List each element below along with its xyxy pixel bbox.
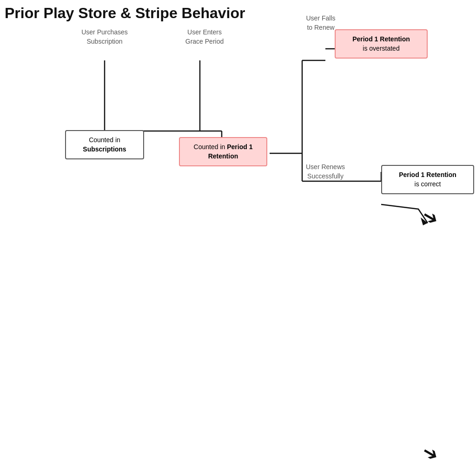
counted-retention-1: Counted in Period 1Retention: [179, 137, 267, 166]
arrow-down-2: ➔: [419, 440, 443, 466]
label-user-renews-1: User RenewsSuccessfully: [295, 163, 356, 181]
section1-title: Prior Play Store & Stripe Behavior: [5, 5, 245, 22]
label-user-purchases-1: User PurchasesSubscription: [72, 28, 137, 46]
label-user-enters-1: User EntersGrace Period: [172, 28, 237, 46]
counted-subscriptions-1: Counted inSubscriptions: [65, 130, 144, 159]
arrow-down-1: ➔: [419, 204, 443, 230]
correct-1: Period 1 Retentionis correct: [381, 165, 474, 194]
overstated-1: Period 1 Retentionis overstated: [335, 29, 428, 59]
